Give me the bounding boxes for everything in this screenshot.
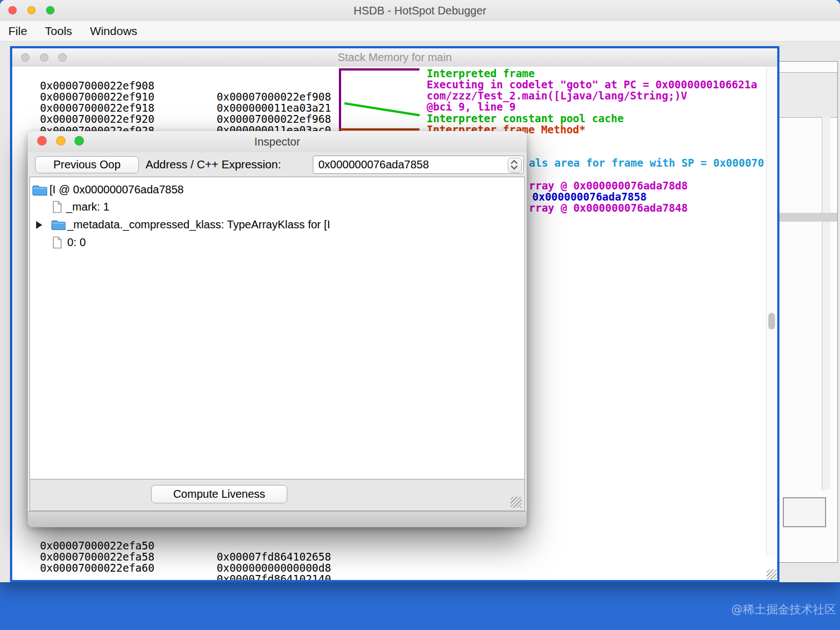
combobox-stepper[interactable] [508,158,522,173]
watermark: @稀土掘金技术社区 [731,602,836,617]
background-window-field [783,497,826,527]
document-icon [52,201,62,213]
frame-annotation: com/zzz/Test_2.main([Ljava/lang/String;)… [427,90,687,101]
frame-annotation-fragment: rray @ 0x000000076ada78d8 [529,180,688,191]
inspector-tree: [I @ 0x000000076ada7858 _mark: 1 _metada… [29,177,525,479]
previous-oop-button[interactable]: Previous Oop [35,156,139,173]
expand-triangle-icon[interactable] [36,221,42,229]
stepper-arrows-icon [508,158,520,171]
memory-value: 0x00007fd864102140 [217,573,331,580]
stack-window-titlebar[interactable]: Stack Memory for main [12,48,777,67]
memory-address: 0x00007000022efa60 [40,562,154,573]
frame-bracket-bottom-icon [339,128,419,131]
inspector-titlebar[interactable]: Inspector [28,131,527,153]
inactive-close-button-icon[interactable] [21,53,29,62]
tree-row-element-0[interactable]: 0: 0 [30,234,523,251]
menu-item-file[interactable]: File [8,24,27,38]
minimize-button-icon[interactable] [56,136,66,146]
inspector-title: Inspector [28,131,527,152]
address-expression-value: 0x000000076ada7858 [313,156,523,173]
tree-item-label: 0: 0 [67,234,86,251]
tree-item-label: _metadata._compressed_klass: TypeArrayKl… [67,216,330,233]
address-expression-combobox[interactable]: 0x000000076ada7858 [313,156,524,174]
frame-annotation-fragment: rray @ 0x000000076ada7848 [529,202,688,213]
tree-item-label: _mark: 1 [66,198,109,216]
memory-value: 0x00000000000000d8 [217,562,331,573]
zoom-button-icon[interactable] [74,136,84,146]
inspector-toolbar: Previous Oop Address / C++ Expression: 0… [28,152,527,177]
compute-liveness-button[interactable]: Compute Liveness [151,485,287,503]
frame-bracket-top-icon [339,68,419,71]
menu-item-windows[interactable]: Windows [90,24,137,38]
menu-item-tools[interactable]: Tools [45,24,72,38]
tree-item-label: [I @ 0x000000076ada7858 [49,181,184,198]
tree-row-root-oop[interactable]: [I @ 0x000000076ada7858 [30,181,523,198]
memory-row: 0x00007000022efa50 0x00007fd864102658 [12,529,777,540]
folder-icon [32,184,47,196]
menu-bar: File Tools Windows [0,21,840,42]
app-titlebar[interactable]: HSDB - HotSpot Debugger [0,0,840,22]
frame-annotation: Executing in codelet "goto" at PC = 0x00… [427,79,757,90]
minimize-button-icon[interactable] [27,6,36,14]
tree-row-metadata-klass[interactable]: _metadata._compressed_klass: TypeArrayKl… [30,216,523,233]
address-expression-label: Address / C++ Expression: [146,152,281,177]
inspector-window: Inspector Previous Oop Address / C++ Exp… [28,131,527,527]
inactive-minimize-button-icon[interactable] [40,53,48,62]
frame-annotation: @bci 9, line 9 [427,101,516,112]
background-window-scrollbar[interactable] [822,117,831,490]
inspector-bottom-edge [28,511,527,527]
inactive-zoom-button-icon[interactable] [58,53,67,62]
scrollbar-thumb[interactable] [768,313,775,329]
memory-row: 0x00007000022efa60 0x00007fd864102140 [12,551,777,562]
background-window-separator [778,213,837,222]
folder-icon [51,219,66,230]
resize-grip-icon[interactable] [767,569,777,579]
memory-row: 0x00007000022ef928 0x0000000000000000 [12,114,777,125]
stack-window-title: Stack Memory for main [12,48,777,67]
tree-row-mark[interactable]: _mark: 1 [30,198,523,216]
background-window[interactable] [778,61,838,563]
zoom-button-icon[interactable] [46,6,54,14]
frame-annotation-fragment: 0x000000076ada7858 [532,191,647,202]
frame-annotation: Interpreter constant pool cache [427,113,624,124]
inspector-resize-grip-icon[interactable] [511,497,522,508]
close-button-icon[interactable] [8,6,17,14]
app-window: HSDB - HotSpot Debugger File Tools Windo… [0,0,840,582]
frame-bracket-side-icon [339,68,341,131]
frame-annotation: Interpreted frame [427,68,534,79]
close-button-icon[interactable] [37,136,47,146]
frame-annotation-fragment: als area for frame with SP = 0x000070 [529,157,764,168]
vertical-scrollbar[interactable] [766,67,777,557]
background-window-header [778,72,837,118]
app-title: HSDB - HotSpot Debugger [0,0,840,21]
inspector-footer: Compute Liveness [29,479,525,511]
document-icon [52,236,62,249]
memory-row: 0x00007000022efa58 0x00000000000000d8 [12,540,777,551]
